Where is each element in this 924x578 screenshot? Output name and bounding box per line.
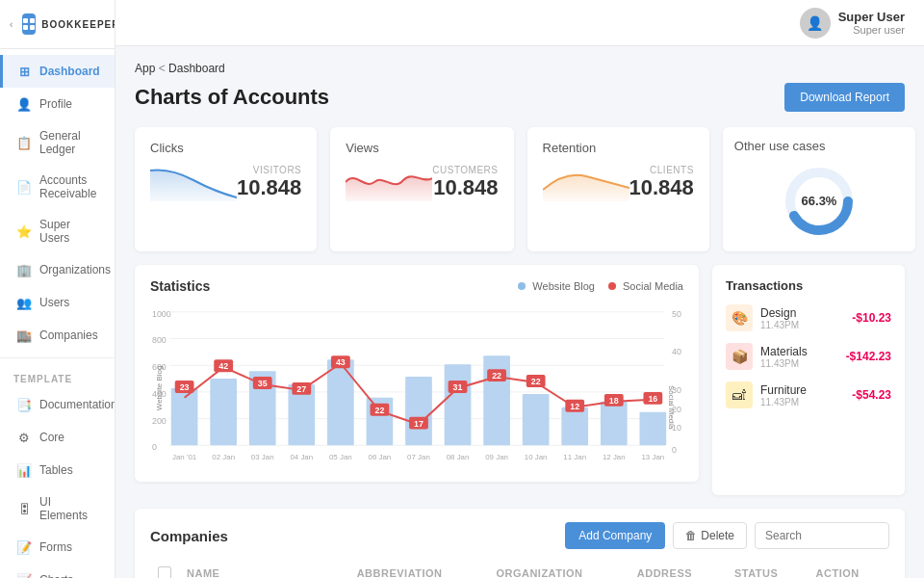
col-address: ADDRESS (629, 561, 727, 578)
svg-text:50: 50 (672, 309, 681, 319)
transaction-materials: 📦 Materials 11.43PM -$142.23 (726, 343, 891, 370)
sidebar-item-organizations[interactable]: 🏢 Organizations (0, 253, 115, 286)
companies-table: NAME ABBREVIATION ORGANIZATION ADDRESS S… (150, 561, 889, 578)
sidebar-item-general-ledger[interactable]: 📋 General Ledger (0, 120, 115, 165)
website-blog-dot (518, 282, 526, 290)
svg-text:05 Jan: 05 Jan (329, 453, 352, 461)
logo-icon (22, 13, 36, 35)
sidebar-nav: ⊞ Dashboard 👤 Profile 📋 General Ledger 📄… (0, 49, 115, 578)
svg-text:Website Blog: Website Blog (155, 366, 164, 410)
organizations-icon: 🏢 (16, 262, 32, 277)
breadcrumb-current: Dashboard (168, 62, 225, 75)
charts-icon: 📈 (16, 572, 32, 578)
download-report-button[interactable]: Download Report (784, 83, 905, 112)
sidebar-item-label: Profile (39, 97, 72, 111)
add-company-button[interactable]: Add Company (565, 522, 665, 549)
delete-button[interactable]: 🗑 Delete (673, 522, 747, 549)
design-time: 11.43PM (760, 320, 844, 330)
svg-text:09 Jan: 09 Jan (485, 453, 508, 461)
sidebar-item-companies[interactable]: 🏬 Companies (0, 319, 115, 352)
divider (0, 357, 115, 358)
sidebar-item-dashboard[interactable]: ⊞ Dashboard (0, 55, 115, 88)
materials-icon: 📦 (726, 343, 753, 370)
svg-text:Social Media: Social Media (667, 385, 676, 430)
sidebar-item-label: UI Elements (39, 495, 101, 522)
sidebar-item-label: Users (39, 296, 69, 309)
user-name: Super User (838, 10, 905, 24)
user-info: 👤 Super User Super user (800, 8, 905, 39)
svg-text:43: 43 (336, 357, 346, 367)
col-action: ACTION (808, 561, 889, 578)
transaction-design: 🎨 Design 11.43PM -$10.23 (726, 304, 891, 331)
sidebar-item-super-users[interactable]: ⭐ Super Users (0, 209, 115, 253)
col-status: STATUS (727, 561, 808, 578)
materials-time: 11.43PM (760, 358, 838, 369)
topbar: 👤 Super User Super user (116, 0, 924, 46)
clicks-number: 10.848 (237, 175, 301, 200)
materials-name: Materials (760, 345, 838, 358)
svg-text:66.3%: 66.3% (801, 194, 836, 208)
table-header-row: NAME ABBREVIATION ORGANIZATION ADDRESS S… (150, 561, 889, 578)
sidebar-item-forms[interactable]: 📝 Forms (0, 531, 115, 564)
clicks-chart (150, 163, 237, 201)
sidebar-item-tables[interactable]: 📊 Tables (0, 454, 115, 486)
svg-text:200: 200 (152, 416, 167, 426)
app-name: BOOKKEEPER (41, 19, 116, 30)
sidebar-item-users[interactable]: 👥 Users (0, 286, 115, 319)
search-input[interactable] (755, 522, 889, 549)
documentation-icon: 📑 (16, 397, 32, 412)
svg-text:0: 0 (672, 445, 677, 455)
svg-text:42: 42 (218, 361, 228, 371)
companies-actions: Add Company 🗑 Delete (565, 522, 889, 549)
page-header: Charts of Accounts Download Report (135, 83, 905, 112)
website-blog-label: Website Blog (532, 280, 595, 292)
svg-rect-31 (405, 377, 432, 445)
avatar: 👤 (800, 8, 831, 39)
dashboard-icon: ⊞ (16, 64, 32, 79)
sidebar: ‹ BOOKKEEPER ⊞ Dashboard 👤 Profile 📋 Gen… (0, 0, 116, 578)
sidebar-item-charts[interactable]: 📈 Charts (0, 564, 115, 578)
svg-text:03 Jan: 03 Jan (251, 453, 274, 461)
materials-info: Materials 11.43PM (760, 345, 838, 369)
social-media-label: Social Media (623, 280, 683, 292)
back-icon[interactable]: ‹ (10, 19, 13, 30)
ledger-icon: 📋 (16, 135, 32, 150)
sidebar-item-label: Forms (39, 540, 72, 554)
sidebar-item-core[interactable]: ⚙ Core (0, 421, 115, 454)
svg-text:35: 35 (258, 379, 268, 388)
views-subtitle: CUSTOMERS (432, 165, 498, 175)
forms-icon: 📝 (16, 539, 32, 555)
sidebar-item-label: General Ledger (39, 129, 101, 156)
clicks-subtitle: VISITORS (237, 165, 301, 175)
sidebar-item-label: Organizations (39, 263, 111, 276)
svg-text:11 Jan: 11 Jan (563, 453, 586, 461)
svg-rect-26 (210, 379, 237, 445)
svg-rect-2 (23, 25, 28, 30)
svg-text:17: 17 (414, 419, 424, 429)
companies-card: Companies Add Company 🗑 Delete NAME ABBR… (135, 509, 905, 578)
sidebar-item-label: Companies (39, 328, 98, 342)
clicks-label: Clicks (150, 141, 301, 155)
svg-text:16: 16 (648, 394, 657, 404)
sidebar-item-documentation[interactable]: 📑 Documentation (0, 388, 115, 421)
profile-icon: 👤 (16, 96, 32, 112)
sidebar-item-accounts-receivable[interactable]: 📄 Accounts Receivable (0, 165, 115, 209)
sidebar-item-profile[interactable]: 👤 Profile (0, 88, 115, 120)
svg-text:13 Jan: 13 Jan (641, 453, 664, 461)
companies-header: Companies Add Company 🗑 Delete (150, 522, 889, 549)
superusers-icon: ⭐ (16, 223, 32, 239)
materials-amount: -$142.23 (846, 350, 891, 363)
main-area: 👤 Super User Super user App < Dashboard … (116, 0, 924, 578)
views-number: 10.848 (432, 175, 498, 200)
svg-text:06 Jan: 06 Jan (369, 453, 392, 461)
sidebar-item-ui-elements[interactable]: 🎛 UI Elements (0, 486, 115, 531)
other-use-cases-card: Other use cases 66.3% (723, 127, 915, 251)
transactions-card: Transactions 🎨 Design 11.43PM -$10.23 📦 … (712, 265, 905, 495)
legend-social-media: Social Media (608, 280, 683, 292)
statistics-chart-svg: 1000 800 600 400 200 0 50 40 30 20 10 0 (150, 302, 683, 465)
svg-rect-1 (30, 18, 35, 23)
header-checkbox[interactable] (158, 566, 171, 578)
legend-website-blog: Website Blog (518, 280, 595, 292)
svg-text:27: 27 (296, 384, 306, 394)
ui-elements-icon: 🎛 (16, 501, 32, 516)
